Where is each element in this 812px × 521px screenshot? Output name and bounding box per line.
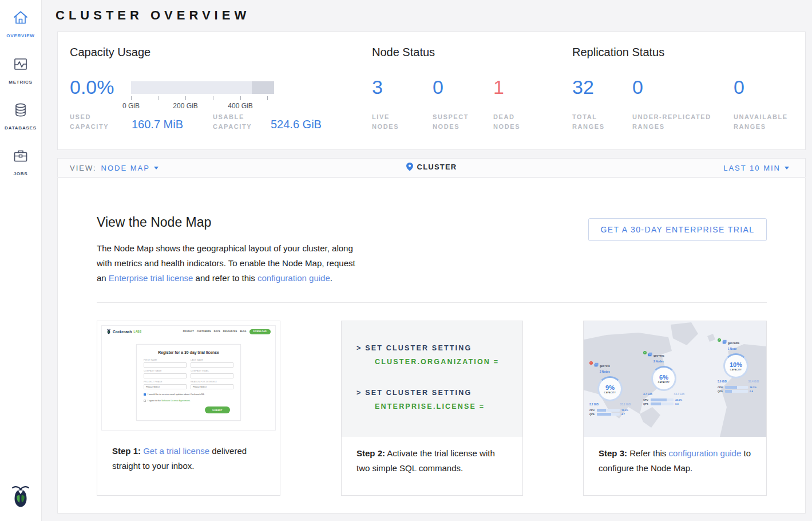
view-toolbar: VIEW: NODE MAP CLUSTER LAST 10 MIN	[57, 158, 806, 177]
view-label: VIEW:	[70, 164, 97, 172]
page-title: CLUSTER OVERVIEW	[56, 8, 250, 23]
step-2-card: > SET CLUSTER SETTING CLUSTER.ORGANIZATI…	[341, 321, 523, 496]
time-range-value: LAST 10 MIN	[723, 164, 781, 172]
node-ok-icon: ✓	[643, 351, 647, 354]
mini-site-header: Cockroach LABS PRODUCT CUSTOMERS DOCS RE…	[102, 326, 275, 337]
sidebar: OVERVIEW METRICS DATABASES	[0, 0, 42, 521]
node-cube-icon	[648, 352, 652, 357]
gauge-label: CAPACITY	[730, 369, 742, 371]
enterprise-trial-button[interactable]: GET A 30-DAY ENTERPRISE TRIAL	[588, 218, 767, 241]
view-selector-value: NODE MAP	[101, 164, 150, 172]
axis-tick	[185, 96, 186, 100]
mini-agree-text: I agree to the Software License Agreemen…	[148, 399, 191, 402]
map-node-sfo: ! geo=sfo2 Nodes 9% CAPACITY 3.2 GiB35.1…	[589, 362, 641, 416]
node-used-capacity: 3.2 GiB	[589, 403, 599, 406]
capacity-bar-reserved-segment	[252, 81, 274, 94]
cpu-label: CPU	[718, 386, 723, 389]
total-ranges-value: 32	[572, 77, 594, 98]
used-capacity-label: USED CAPACITY	[70, 112, 116, 132]
dead-nodes-label: DEAD NODES	[493, 112, 539, 132]
get-trial-license-link[interactable]: Get a trial license	[143, 446, 209, 456]
sidebar-item-metrics[interactable]: METRICS	[0, 56, 41, 86]
mini-field-select: Please Select	[144, 384, 187, 390]
mini-submit-button: SUBMIT	[205, 406, 230, 413]
qps-bar	[725, 390, 748, 393]
node-total-capacity: 43.7 GiB	[674, 393, 684, 396]
qps-value: 4.7	[621, 413, 625, 416]
cockroach-bug-icon	[106, 329, 111, 334]
mini-field-label: PROJECT PHASE	[144, 381, 187, 383]
gauge-label: CAPACITY	[604, 392, 616, 394]
used-capacity-value: 160.7 MiB	[132, 118, 183, 131]
enterprise-trial-license-link[interactable]: Enterprise trial license	[109, 273, 193, 283]
cluster-breadcrumb: CLUSTER	[406, 163, 457, 171]
gauge-percent: 9%	[605, 384, 615, 391]
qps-value: 0.4	[750, 390, 753, 393]
node-locality: geo=nyc	[653, 354, 664, 357]
description-text: and refer to this	[193, 273, 258, 283]
node-cube-icon	[722, 340, 727, 344]
node-used-capacity: 3.7 GiB	[643, 393, 652, 396]
axis-tick	[159, 96, 159, 100]
mini-download-button: DOWNLOAD	[249, 329, 271, 334]
sidebar-item-label: JOBS	[14, 171, 28, 176]
node-map-panel: View the Node Map The Node Map shows the…	[57, 178, 806, 514]
configuration-guide-link[interactable]: configuration guide	[258, 273, 330, 283]
node-locality: geo=ams	[728, 342, 739, 345]
cockroach-labs-logo-icon	[0, 484, 41, 511]
cpu-label: CPU	[589, 409, 595, 412]
mini-nav-item: BLOG	[240, 330, 246, 333]
step-2-caption: Step 2: Activate the trial license with …	[342, 437, 522, 476]
configuration-guide-link[interactable]: configuration guide	[669, 448, 742, 458]
node-alert-icon: !	[589, 361, 593, 365]
node-count: 2 Nodes	[653, 360, 664, 363]
briefcase-icon	[12, 147, 29, 164]
mini-nav-item: RESOURCES	[223, 330, 237, 333]
sql-setting: ENTERPRISE.LICENSE =	[375, 402, 485, 411]
capacity-usage-heading: Capacity Usage	[70, 46, 150, 59]
step-label: Step 2:	[357, 448, 385, 458]
node-map-description: The Node Map shows the geographical layo…	[97, 241, 363, 286]
map-node-ams: ✓ geo=ams1 Node 10% CAPACITY 3.6 GiB36.4…	[718, 340, 765, 393]
node-cube-icon	[594, 362, 599, 367]
sidebar-item-label: METRICS	[9, 80, 33, 85]
metrics-icon	[12, 56, 29, 73]
node-count: 1 Node	[728, 348, 736, 350]
axis-tick-label: 200 GiB	[168, 102, 203, 110]
mini-field-input	[144, 373, 187, 379]
usable-capacity-value: 524.6 GiB	[271, 118, 322, 131]
unavailable-ranges-value: 0	[734, 77, 744, 98]
node-map-heading: View the Node Map	[97, 215, 211, 230]
sidebar-item-databases[interactable]: DATABASES	[0, 101, 41, 132]
mini-field-input	[191, 373, 233, 379]
view-selector-dropdown[interactable]: NODE MAP	[101, 164, 159, 172]
node-count: 2 Nodes	[600, 370, 610, 373]
total-ranges-label: TOTAL RANGES	[572, 112, 618, 132]
mini-checkbox	[144, 400, 146, 402]
time-range-dropdown[interactable]: LAST 10 MIN	[723, 164, 789, 172]
step-3-card: ! geo=sfo2 Nodes 9% CAPACITY 3.2 GiB35.1…	[583, 321, 767, 496]
sidebar-item-jobs[interactable]: JOBS	[0, 147, 41, 177]
gauge-percent: 6%	[659, 374, 668, 381]
mini-optin-text: I would like to receive email updates ab…	[148, 393, 204, 396]
map-node-nyc: ✓ geo=nyc2 Nodes 6% CAPACITY 3.7 GiB43.7…	[643, 352, 695, 405]
qps-label: QPS	[718, 390, 723, 393]
mini-license-link: Software License Agreement.	[161, 399, 191, 402]
cpu-bar	[725, 386, 748, 389]
cpu-value: 11.0%	[621, 409, 628, 412]
chevron-down-icon	[785, 167, 789, 169]
sidebar-item-overview[interactable]: OVERVIEW	[0, 9, 41, 40]
sql-command: > SET CLUSTER SETTING	[357, 344, 499, 352]
node-used-capacity: 3.6 GiB	[718, 380, 727, 383]
live-nodes-label: LIVE NODES	[372, 112, 418, 132]
step-1-card: Cockroach LABS PRODUCT CUSTOMERS DOCS RE…	[97, 321, 280, 496]
replication-status-heading: Replication Status	[572, 46, 664, 59]
mini-field-select: Please Select	[191, 384, 233, 390]
cpu-value: 42.5%	[675, 398, 682, 401]
node-map-preview-image: ! geo=sfo2 Nodes 9% CAPACITY 3.2 GiB35.1…	[584, 321, 766, 437]
gauge-percent: 10%	[730, 361, 742, 368]
caption-text: Refer this	[627, 448, 669, 458]
sql-code-snippet: > SET CLUSTER SETTING CLUSTER.ORGANIZATI…	[342, 321, 522, 437]
mini-checkbox-checked	[144, 393, 146, 396]
mini-field-label: COMPANY EMAIL	[191, 370, 233, 372]
